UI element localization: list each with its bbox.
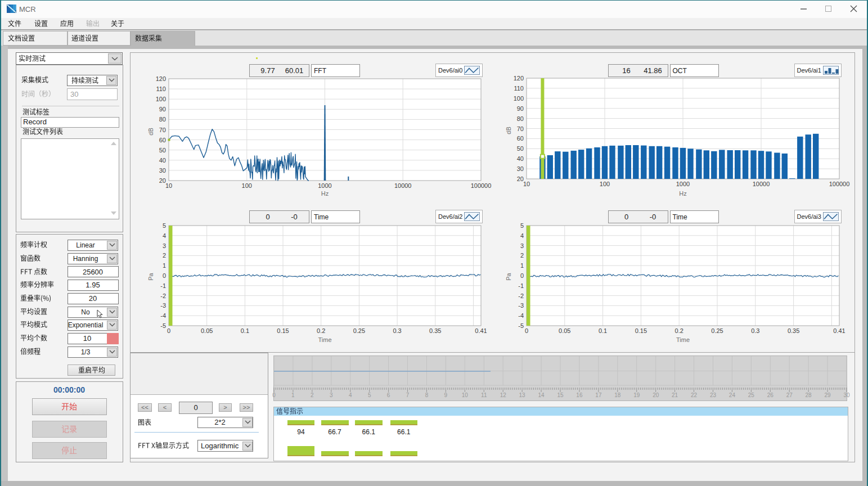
svg-text:30: 30: [517, 165, 524, 172]
svg-text:10: 10: [462, 392, 469, 398]
svg-text:0.3: 0.3: [751, 327, 759, 334]
svg-text:26: 26: [767, 392, 774, 398]
svg-text:50: 50: [159, 147, 166, 154]
svg-text:-3: -3: [518, 302, 524, 309]
svg-text:60: 60: [159, 137, 166, 143]
svg-text:0: 0: [520, 272, 524, 279]
svg-text:40: 40: [517, 155, 524, 162]
svg-text:0: 0: [167, 327, 170, 334]
svg-text:Pa: Pa: [147, 272, 154, 280]
svg-text:90: 90: [517, 105, 524, 112]
svg-text:70: 70: [159, 127, 166, 133]
svg-text:100: 100: [242, 182, 252, 189]
svg-text:6: 6: [387, 392, 390, 398]
svg-text:1: 1: [291, 392, 295, 398]
svg-text:120: 120: [156, 75, 166, 82]
svg-text:19: 19: [633, 392, 640, 398]
svg-text:0.2: 0.2: [317, 327, 325, 334]
svg-text:80: 80: [517, 115, 524, 122]
svg-text:1: 1: [520, 262, 524, 269]
svg-text:100000: 100000: [829, 181, 850, 187]
svg-text:13: 13: [519, 392, 526, 398]
svg-text:Hz: Hz: [679, 190, 686, 197]
svg-text:17: 17: [595, 392, 602, 398]
svg-text:Time: Time: [318, 336, 331, 343]
svg-text:Pa: Pa: [505, 272, 512, 280]
svg-text:1000: 1000: [676, 181, 690, 187]
svg-text:5: 5: [520, 222, 524, 229]
svg-text:0.25: 0.25: [711, 327, 723, 334]
svg-text:dB: dB: [505, 127, 512, 134]
svg-text:18: 18: [614, 392, 621, 398]
svg-text:2: 2: [311, 392, 314, 398]
svg-text:90: 90: [159, 106, 166, 112]
svg-text:0.3: 0.3: [393, 327, 401, 334]
svg-text:0.1: 0.1: [241, 327, 249, 334]
svg-text:27: 27: [786, 392, 793, 398]
svg-text:0.41: 0.41: [475, 327, 487, 334]
svg-text:100: 100: [514, 95, 524, 102]
svg-text:-2: -2: [518, 292, 524, 299]
svg-text:21: 21: [672, 392, 678, 398]
svg-text:10: 10: [165, 182, 172, 189]
svg-text:3: 3: [163, 242, 166, 249]
svg-text:0.35: 0.35: [429, 327, 441, 334]
svg-text:0.41: 0.41: [833, 327, 845, 334]
svg-text:16: 16: [576, 392, 583, 398]
svg-text:Time: Time: [676, 336, 690, 343]
svg-text:100000: 100000: [471, 182, 492, 189]
svg-text:0.05: 0.05: [559, 327, 570, 334]
svg-text:120: 120: [514, 75, 524, 82]
svg-text:0.1: 0.1: [599, 327, 607, 334]
svg-text:dB: dB: [147, 128, 154, 135]
svg-text:8: 8: [425, 392, 429, 398]
svg-text:5: 5: [163, 222, 166, 229]
svg-text:110: 110: [156, 86, 166, 92]
svg-text:80: 80: [159, 116, 166, 123]
svg-text:20: 20: [653, 392, 659, 398]
svg-text:2: 2: [163, 252, 166, 259]
svg-text:50: 50: [517, 145, 524, 152]
svg-text:4: 4: [163, 232, 166, 239]
svg-text:0: 0: [163, 272, 166, 279]
svg-text:-1: -1: [160, 282, 166, 289]
svg-text:24: 24: [729, 392, 736, 398]
svg-text:30: 30: [843, 392, 850, 398]
svg-text:100: 100: [600, 181, 610, 187]
svg-text:30: 30: [159, 167, 166, 174]
svg-text:14: 14: [538, 392, 545, 398]
svg-text:9: 9: [444, 392, 448, 398]
svg-text:1: 1: [163, 262, 166, 269]
svg-text:23: 23: [710, 392, 717, 398]
svg-text:4: 4: [520, 232, 524, 239]
svg-text:-5: -5: [518, 322, 524, 329]
svg-text:-4: -4: [518, 312, 524, 319]
svg-text:29: 29: [825, 392, 831, 398]
svg-text:10000: 10000: [394, 182, 412, 189]
svg-text:11: 11: [481, 392, 487, 398]
svg-text:22: 22: [691, 392, 698, 398]
svg-text:0.2: 0.2: [675, 327, 683, 334]
svg-text:15: 15: [557, 392, 564, 398]
svg-text:0: 0: [272, 392, 276, 398]
svg-text:12: 12: [500, 392, 507, 398]
svg-text:100: 100: [156, 96, 166, 102]
svg-text:-3: -3: [160, 302, 166, 309]
svg-text:7: 7: [406, 392, 410, 398]
svg-text:10: 10: [523, 181, 530, 187]
svg-text:3: 3: [520, 242, 524, 249]
svg-text:70: 70: [517, 125, 524, 132]
svg-text:0.15: 0.15: [635, 327, 647, 334]
svg-text:25: 25: [748, 392, 755, 398]
svg-text:-2: -2: [160, 292, 166, 299]
svg-text:0.35: 0.35: [788, 327, 799, 334]
svg-text:0.05: 0.05: [201, 327, 213, 334]
svg-text:4: 4: [349, 392, 352, 398]
svg-text:3: 3: [330, 392, 333, 398]
svg-text:0.25: 0.25: [353, 327, 365, 334]
svg-text:-5: -5: [160, 322, 166, 329]
svg-text:0.15: 0.15: [277, 327, 289, 334]
svg-text:-1: -1: [518, 282, 524, 289]
svg-text:5: 5: [368, 392, 371, 398]
svg-text:60: 60: [517, 135, 524, 142]
